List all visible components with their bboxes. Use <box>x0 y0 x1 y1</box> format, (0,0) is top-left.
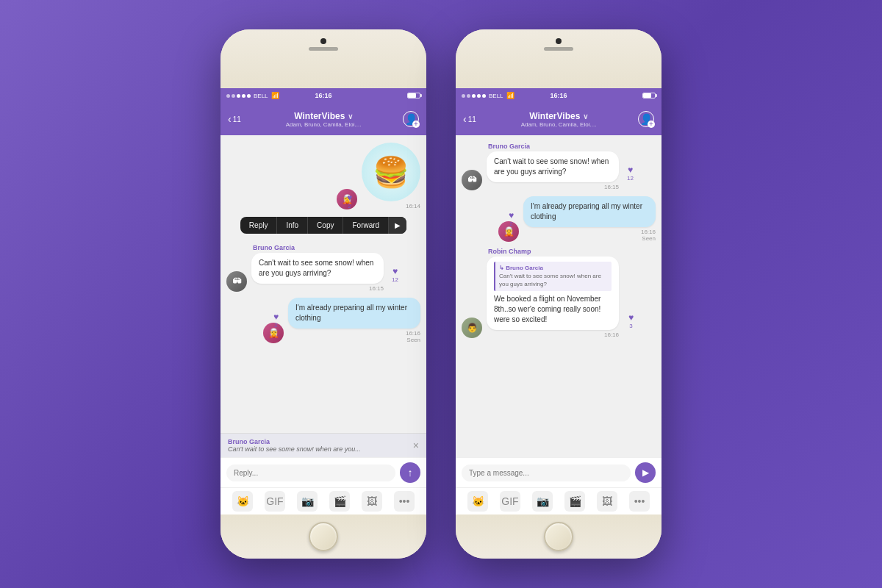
self-bubble-wrap: I'm already preparing all my winter clot… <box>288 298 420 343</box>
phone2-bruno-avatar-image: 🕶 <box>462 170 482 190</box>
robin-message-text: We booked a flight on November 8th..so w… <box>494 295 600 323</box>
add-member-button[interactable]: 👤 + <box>403 111 419 127</box>
emoji-sticker-button[interactable]: 🐱 <box>232 491 253 512</box>
dropdown-icon: ∨ <box>348 112 353 121</box>
add-person-icon: 👤 + <box>403 111 419 127</box>
phone2-more-button[interactable]: ••• <box>629 491 650 512</box>
phone2-robin-avatar: 👨 <box>462 318 482 338</box>
phone2-add-person-icon: 👤 + <box>638 111 654 127</box>
add-plus-icon: + <box>412 121 420 128</box>
phone2-message-row-robin: 👨 Robin Champ ↳ Bruno Garcia Can't wait … <box>462 248 656 338</box>
info-button[interactable]: Info <box>277 217 308 234</box>
phone2-nav-center: WinterVibes ∨ Adam, Bruno, Camila, Eloi.… <box>521 111 597 128</box>
context-menu-wrapper: Reply Info Copy Forward ▶ <box>226 217 420 237</box>
bruno-bubble-container: Bruno Garcia Can't wait to see some snow… <box>251 244 384 292</box>
phone2-gif-button[interactable]: GIF <box>500 491 520 512</box>
gallery-button[interactable]: 🖼 <box>362 491 382 512</box>
back-chevron-icon: ‹ <box>228 113 232 125</box>
phone-1: BELL 📶 16:16 ‹ 11 WinterVibes ∨ Adam, Br… <box>220 29 426 559</box>
self-bubble: I'm already preparing all my winter clot… <box>288 298 420 329</box>
home-button[interactable] <box>309 522 338 551</box>
phone2-dropdown-icon: ∨ <box>583 112 588 121</box>
phone2-send-button[interactable]: ▶ <box>635 462 656 483</box>
phone2-message-input[interactable] <box>462 465 631 481</box>
nav-bar: ‹ 11 WinterVibes ∨ Adam, Bruno, Camila, … <box>220 103 426 135</box>
phone2-robin-avatar-image: 👨 <box>462 318 482 338</box>
phone2-robin-sender-name: Robin Champ <box>487 248 619 255</box>
copy-button[interactable]: Copy <box>308 217 343 234</box>
phone2-top-bezel <box>456 29 662 88</box>
phone2-signal-dot-2 <box>467 94 470 98</box>
toolbar-icons: 🐱 GIF 📷 🎬 🖼 ••• <box>220 487 426 514</box>
phone2-input-bar: ▶ <box>456 457 662 487</box>
phone2-bruno-sender-name: Bruno Garcia <box>487 143 619 150</box>
phone2-camera-button[interactable]: 📷 <box>532 491 553 512</box>
video-button[interactable]: 🎬 <box>329 491 350 512</box>
phone2-bottom-bezel <box>456 514 662 559</box>
signal-dot-5 <box>247 94 251 98</box>
wifi-icon: 📶 <box>271 92 279 99</box>
more-button[interactable]: ••• <box>394 491 415 512</box>
phone2-chat-title: WinterVibes ∨ <box>521 111 597 121</box>
reply-button[interactable]: Reply <box>240 217 278 234</box>
signal-area: BELL 📶 <box>226 92 279 99</box>
input-bar: ↑ <box>220 457 426 487</box>
phone2-video-button[interactable]: 🎬 <box>564 491 585 512</box>
status-bar: BELL 📶 16:16 <box>220 88 426 103</box>
phone2-add-member-button[interactable]: 👤 + <box>638 111 654 127</box>
message-input[interactable] <box>226 465 395 481</box>
sticker-heart-count: 2 <box>348 203 351 209</box>
phone2-bruno-bubble: Can't wait to see some snow! when are yo… <box>487 151 619 182</box>
phone2-message-row-self: I'm already preparing all my winter clot… <box>462 196 656 242</box>
bruno-heart-count: 12 <box>392 276 398 283</box>
phone-screen: BELL 📶 16:16 ‹ 11 WinterVibes ∨ Adam, Br… <box>220 88 426 514</box>
phone2-emoji-sticker-button[interactable]: 🐱 <box>467 491 488 512</box>
phone2-signal-dot-3 <box>472 94 476 98</box>
message-row-sticker: 🍔 16:14 ♥ 2 🧝 <box>226 143 420 209</box>
bruno-heart-icon: ♥ <box>392 266 398 276</box>
reply-close-button[interactable]: × <box>413 440 419 451</box>
phone2-robin-time: 16:16 <box>487 331 619 338</box>
phone2-gallery-button[interactable]: 🖼 <box>597 491 617 512</box>
forward-button[interactable]: Forward <box>343 217 389 234</box>
back-button[interactable]: ‹ 11 <box>228 113 241 125</box>
earpiece <box>309 47 338 51</box>
phone2-screen: BELL 📶 16:16 ‹ 11 WinterVibes ∨ Adam, Br… <box>456 88 662 514</box>
back-count: 11 <box>233 115 241 123</box>
phone2-back-button[interactable]: ‹ 11 <box>463 113 476 125</box>
sticker-heart-icon: ♥ <box>347 193 352 203</box>
phone2-carrier-label: BELL <box>489 93 503 99</box>
reply-preview-text: Can't wait to see some snow! when are yo… <box>228 445 413 453</box>
front-camera <box>320 38 326 44</box>
phone2-signal-dot-4 <box>477 94 481 98</box>
phone2-robin-bubble-wrap: Robin Champ ↳ Bruno Garcia Can't wait to… <box>487 248 619 338</box>
message-row-self-1: I'm already preparing all my winter clot… <box>226 298 420 343</box>
play-button[interactable]: ▶ <box>389 217 406 234</box>
phone-2: BELL 📶 16:16 ‹ 11 WinterVibes ∨ Adam, Br… <box>456 29 662 559</box>
context-menu: Reply Info Copy Forward ▶ <box>240 217 406 234</box>
phone2-battery-fill <box>643 93 651 98</box>
send-button[interactable]: ↑ <box>400 462 420 483</box>
phone2-bruno-bubble-wrap: Bruno Garcia Can't wait to see some snow… <box>487 143 619 190</box>
phone2-signal-area: BELL 📶 <box>462 92 514 99</box>
phone2-back-chevron: ‹ <box>463 113 467 125</box>
phone2-bruno-avatar: 🕶 <box>462 170 482 190</box>
gif-button[interactable]: GIF <box>265 491 285 512</box>
self-heart-count-1: 2 <box>274 322 277 329</box>
phone2-home-button[interactable] <box>544 522 573 551</box>
reply-content: Bruno Garcia Can't wait to see some snow… <box>228 438 413 453</box>
signal-dot-2 <box>232 94 235 98</box>
self-seen: Seen <box>406 337 420 343</box>
bruno-bubble-wrap: Bruno Garcia Can't wait to see some snow… <box>251 244 384 292</box>
phone2-robin-heart-icon: ♥ <box>628 312 634 323</box>
bruno-bubble: Can't wait to see some snow! when are yo… <box>251 253 384 284</box>
camera-button[interactable]: 📷 <box>297 491 318 512</box>
chat-title: WinterVibes ∨ <box>286 111 362 121</box>
phone2-signal-dot-5 <box>482 94 486 98</box>
phone-bottom-bezel <box>220 514 426 559</box>
phone2-bruno-heart-icon: ♥ <box>628 165 633 175</box>
bruno-time: 16:15 <box>251 285 384 292</box>
phone2-self-seen: Seen <box>642 235 656 242</box>
battery-icon <box>407 93 420 98</box>
quote-block: ↳ Bruno Garcia Can't wait to see some sn… <box>494 262 612 291</box>
